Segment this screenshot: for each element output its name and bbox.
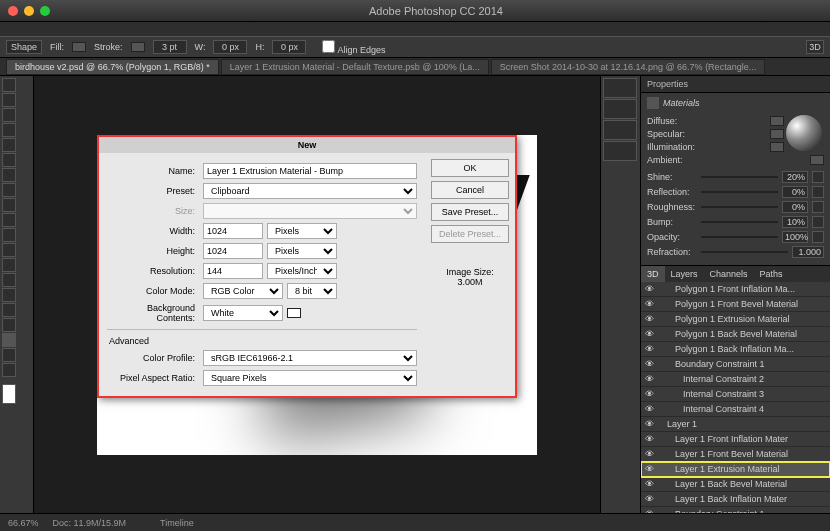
layer-item[interactable]: 👁Internal Constraint 2 <box>641 372 830 387</box>
properties-tab[interactable]: Properties <box>641 76 830 93</box>
dodge-tool-icon[interactable] <box>2 273 16 287</box>
layer-item[interactable]: 👁Internal Constraint 3 <box>641 387 830 402</box>
opacity-texture-icon[interactable] <box>812 231 824 243</box>
shape-tool-icon[interactable] <box>2 333 16 347</box>
layer-item[interactable]: 👁Layer 1 Extrusion Material <box>641 462 830 477</box>
specular-swatch[interactable] <box>770 129 784 139</box>
visibility-eye-icon[interactable]: 👁 <box>645 419 655 429</box>
swatches-panel-icon[interactable] <box>603 99 637 119</box>
brush-tool-icon[interactable] <box>2 183 16 197</box>
reflection-value[interactable]: 0% <box>782 186 808 198</box>
cancel-button[interactable]: Cancel <box>431 181 509 199</box>
bump-value[interactable]: 10% <box>782 216 808 228</box>
save-preset-button[interactable]: Save Preset... <box>431 203 509 221</box>
bump-texture-icon[interactable] <box>812 216 824 228</box>
move-tool-icon[interactable] <box>2 78 16 92</box>
layer-item[interactable]: 👁Layer 1 Back Inflation Mater <box>641 492 830 507</box>
width-input[interactable] <box>203 223 263 239</box>
healing-tool-icon[interactable] <box>2 168 16 182</box>
resolution-input[interactable] <box>203 263 263 279</box>
roughness-slider[interactable] <box>701 206 778 208</box>
layer-item[interactable]: 👁Polygon 1 Back Bevel Material <box>641 327 830 342</box>
layer-item[interactable]: 👁Boundary Constraint 1 <box>641 357 830 372</box>
stroke-width-field[interactable]: 3 pt <box>153 40 187 54</box>
reflection-texture-icon[interactable] <box>812 186 824 198</box>
ambient-swatch[interactable] <box>810 155 824 165</box>
visibility-eye-icon[interactable]: 👁 <box>645 494 655 504</box>
paths-panel-tab[interactable]: Paths <box>754 266 789 282</box>
close-window-icon[interactable] <box>8 6 18 16</box>
height-input[interactable] <box>203 243 263 259</box>
path-tool-icon[interactable] <box>2 318 16 332</box>
pixel-aspect-select[interactable]: Square Pixels <box>203 370 417 386</box>
layer-item[interactable]: 👁Polygon 1 Back Inflation Ma... <box>641 342 830 357</box>
layer-item[interactable]: 👁Layer 1 Back Bevel Material <box>641 477 830 492</box>
ok-button[interactable]: OK <box>431 159 509 177</box>
lasso-tool-icon[interactable] <box>2 108 16 122</box>
marquee-tool-icon[interactable] <box>2 93 16 107</box>
layer-item[interactable]: 👁Polygon 1 Extrusion Material <box>641 312 830 327</box>
crop-tool-icon[interactable] <box>2 138 16 152</box>
blur-tool-icon[interactable] <box>2 258 16 272</box>
bump-slider[interactable] <box>701 221 778 223</box>
align-edges-check[interactable] <box>322 40 335 53</box>
timeline-toggle[interactable]: Timeline <box>160 518 194 528</box>
opacity-value[interactable]: 100% <box>782 231 808 243</box>
pen-tool-icon[interactable] <box>2 288 16 302</box>
visibility-eye-icon[interactable]: 👁 <box>645 464 655 474</box>
layer-item[interactable]: 👁Polygon 1 Front Inflation Ma... <box>641 282 830 297</box>
fg-bg-color-icon[interactable] <box>2 384 16 404</box>
color-profile-select[interactable]: sRGB IEC61966-2.1 <box>203 350 417 366</box>
zoom-tool-icon[interactable] <box>2 363 16 377</box>
history-brush-icon[interactable] <box>2 213 16 227</box>
canvas-area[interactable]: New Name: Preset: Clipboard Size: <box>34 76 600 513</box>
zoom-window-icon[interactable] <box>40 6 50 16</box>
visibility-eye-icon[interactable]: 👁 <box>645 449 655 459</box>
stamp-tool-icon[interactable] <box>2 198 16 212</box>
name-input[interactable] <box>203 163 417 179</box>
opacity-slider[interactable] <box>701 236 778 238</box>
visibility-eye-icon[interactable]: 👁 <box>645 404 655 414</box>
visibility-eye-icon[interactable]: 👁 <box>645 434 655 444</box>
refraction-slider[interactable] <box>701 251 788 253</box>
bg-contents-select[interactable]: White <box>203 305 283 321</box>
roughness-value[interactable]: 0% <box>782 201 808 213</box>
adjustments-panel-icon[interactable] <box>603 141 637 161</box>
visibility-eye-icon[interactable]: 👁 <box>645 344 655 354</box>
color-panel-icon[interactable] <box>603 78 637 98</box>
visibility-eye-icon[interactable]: 👁 <box>645 359 655 369</box>
layer-item[interactable]: 👁Polygon 1 Front Bevel Material <box>641 297 830 312</box>
layer-item[interactable]: 👁Layer 1 <box>641 417 830 432</box>
diffuse-swatch[interactable] <box>770 116 784 126</box>
bit-depth-select[interactable]: 8 bit <box>287 283 337 299</box>
layers-panel-tab[interactable]: Layers <box>665 266 704 282</box>
shape-tool-select[interactable]: Shape <box>6 40 42 54</box>
shine-value[interactable]: 20% <box>782 171 808 183</box>
preset-select[interactable]: Clipboard <box>203 183 417 199</box>
shine-texture-icon[interactable] <box>812 171 824 183</box>
reflection-slider[interactable] <box>701 191 778 193</box>
channels-panel-tab[interactable]: Channels <box>704 266 754 282</box>
width-field[interactable]: 0 px <box>213 40 247 54</box>
layer-item[interactable]: 👁Layer 1 Front Bevel Material <box>641 447 830 462</box>
eraser-tool-icon[interactable] <box>2 228 16 242</box>
visibility-eye-icon[interactable]: 👁 <box>645 374 655 384</box>
resolution-unit-select[interactable]: Pixels/Inch <box>267 263 337 279</box>
refraction-value[interactable]: 1.000 <box>792 246 824 258</box>
minimize-window-icon[interactable] <box>24 6 34 16</box>
gradient-tool-icon[interactable] <box>2 243 16 257</box>
visibility-eye-icon[interactable]: 👁 <box>645 314 655 324</box>
zoom-level[interactable]: 66.67% <box>8 518 39 528</box>
doc-tab-0[interactable]: birdhouse v2.psd @ 66.7% (Polygon 1, RGB… <box>6 59 219 75</box>
fill-swatch[interactable] <box>72 42 86 52</box>
visibility-eye-icon[interactable]: 👁 <box>645 299 655 309</box>
visibility-eye-icon[interactable]: 👁 <box>645 389 655 399</box>
height-unit-select[interactable]: Pixels <box>267 243 337 259</box>
type-tool-icon[interactable] <box>2 303 16 317</box>
doc-tab-1[interactable]: Layer 1 Extrusion Material - Default Tex… <box>221 59 489 75</box>
eyedropper-tool-icon[interactable] <box>2 153 16 167</box>
height-field[interactable]: 0 px <box>272 40 306 54</box>
stroke-swatch[interactable] <box>131 42 145 52</box>
doc-tab-2[interactable]: Screen Shot 2014-10-30 at 12.16.14.png @… <box>491 59 765 75</box>
3d-mode-button[interactable]: 3D <box>806 40 824 54</box>
